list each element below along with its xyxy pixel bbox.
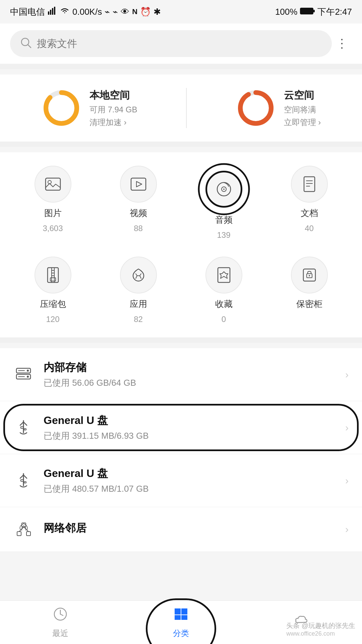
- video-label: 视频: [130, 207, 147, 219]
- usb1-sub: 已使用 391.15 MB/6.93 GB: [44, 430, 335, 442]
- category-label: 分类: [173, 628, 189, 639]
- server-icon: [13, 365, 34, 385]
- svg-rect-2: [52, 8, 53, 15]
- search-icon: [20, 37, 32, 51]
- svg-rect-45: [24, 429, 26, 430]
- alarm-icon: ⏰: [140, 7, 151, 17]
- video-count: 88: [134, 224, 143, 233]
- usb1-info: General U 盘 已使用 391.15 MB/6.93 GB: [44, 413, 335, 442]
- category-item-zip[interactable]: 压缩包 120: [10, 257, 96, 324]
- local-storage-available: 可用 7.94 GB: [89, 104, 137, 115]
- cloud-storage-donut: [236, 88, 276, 128]
- images-label: 图片: [44, 207, 62, 219]
- status-bar: 中国电信 0.00K/s ⌁ ⌁ 👁 N ⏰ ✱ 100%: [0, 0, 362, 23]
- network-icon: [13, 519, 34, 539]
- cloud-storage-action[interactable]: 立即管理 ›: [284, 117, 321, 128]
- eye-icon: 👁: [121, 7, 129, 17]
- network-arrow: ›: [345, 524, 349, 535]
- search-bar-container: ⋮: [0, 23, 362, 64]
- audio-count: 139: [217, 230, 230, 240]
- category-item-audio[interactable]: 音频 139: [181, 166, 266, 240]
- location-usb2[interactable]: General U 盘 已使用 480.57 MB/1.07 GB ›: [0, 454, 362, 507]
- video-icon: [120, 166, 157, 203]
- more-menu-icon[interactable]: ⋮: [332, 34, 352, 54]
- svg-rect-1: [50, 10, 51, 15]
- svg-rect-23: [48, 268, 58, 282]
- cloud-storage-status: 空间将满: [284, 104, 321, 115]
- svg-point-34: [309, 275, 310, 276]
- audio-icon-wrap: [205, 171, 242, 208]
- usb2-sub: 已使用 480.57 MB/1.07 GB: [44, 483, 335, 495]
- svg-rect-29: [50, 278, 56, 281]
- cloud-storage-info: 云空间 空间将满 立即管理 ›: [284, 89, 321, 128]
- category-item-docs[interactable]: 文档 40: [266, 166, 352, 240]
- apps-icon: [120, 257, 157, 293]
- category-item-video[interactable]: 视频 88: [96, 166, 181, 240]
- svg-rect-3: [54, 7, 55, 15]
- zip-icon: [35, 257, 71, 293]
- status-left: 中国电信 0.00K/s ⌁ ⌁ 👁 N ⏰ ✱: [10, 6, 161, 18]
- usb1-name: General U 盘: [44, 413, 335, 428]
- location-network[interactable]: 网络邻居 ›: [0, 507, 362, 552]
- svg-rect-5: [313, 10, 315, 12]
- cloud-storage-item[interactable]: 云空间 空间将满 立即管理 ›: [236, 88, 321, 128]
- svg-rect-14: [131, 178, 146, 190]
- usb2-icon: [13, 471, 34, 491]
- category-item-images[interactable]: 图片 3,603: [10, 166, 96, 240]
- local-storage-title: 本地空间: [89, 89, 137, 102]
- local-storage-info: 本地空间 可用 7.94 GB 清理加速 ›: [89, 89, 137, 128]
- category-grid: 图片 3,603 视频 88: [10, 166, 352, 324]
- bluetooth-icon: ✱: [154, 7, 161, 17]
- svg-rect-53: [26, 532, 31, 536]
- category-item-favorites[interactable]: 收藏 0: [181, 257, 266, 324]
- recent-label: 最近: [52, 628, 68, 639]
- docs-icon: [291, 166, 328, 203]
- search-input[interactable]: [37, 38, 322, 49]
- location-internal[interactable]: 内部存储 已使用 56.06 GB/64 GB ›: [0, 348, 362, 401]
- svg-point-9: [46, 93, 77, 123]
- carrier-text: 中国电信: [10, 6, 45, 18]
- svg-rect-31: [218, 268, 230, 282]
- images-icon: [35, 166, 71, 203]
- category-item-apps[interactable]: 应用 82: [96, 257, 181, 324]
- svg-rect-51: [17, 532, 21, 536]
- local-storage-item[interactable]: 本地空间 可用 7.94 GB 清理加速 ›: [41, 88, 137, 128]
- favorites-count: 0: [222, 315, 226, 324]
- search-bar[interactable]: [10, 30, 332, 57]
- apps-label: 应用: [130, 298, 147, 310]
- time: 下午2:47: [317, 6, 352, 18]
- category-section: 图片 3,603 视频 88: [0, 152, 362, 337]
- favorites-label: 收藏: [215, 298, 233, 310]
- vault-icon: [291, 257, 328, 293]
- locations-section: 内部存储 已使用 56.06 GB/64 GB › General U 盘 已使…: [0, 348, 362, 552]
- usb2-arrow: ›: [345, 475, 349, 486]
- svg-rect-4: [300, 8, 313, 14]
- signal-icon: [48, 6, 57, 18]
- status-right: 100% 下午2:47: [275, 6, 352, 18]
- svg-point-18: [223, 189, 225, 190]
- nav-category[interactable]: 分类: [121, 606, 241, 639]
- local-storage-donut: [41, 88, 81, 128]
- recent-icon: [53, 606, 68, 625]
- watermark: 头条 @玩趣机的张先生 www.office26.com: [286, 621, 355, 637]
- internal-storage-sub: 已使用 56.06 GB/64 GB: [44, 377, 335, 389]
- internal-arrow: ›: [345, 369, 349, 380]
- nav-recent[interactable]: 最近: [0, 606, 121, 639]
- svg-point-11: [240, 93, 271, 123]
- usb1-arrow: ›: [345, 422, 349, 433]
- network-speed: 0.00K/s: [72, 7, 102, 17]
- category-item-vault[interactable]: 保密柜: [266, 257, 352, 324]
- usb1-icon: [13, 418, 34, 438]
- svg-rect-0: [48, 11, 49, 15]
- zip-count: 120: [46, 315, 59, 324]
- location-usb1[interactable]: General U 盘 已使用 391.15 MB/6.93 GB ›: [0, 401, 362, 454]
- nfc-icon: N: [132, 7, 137, 16]
- svg-rect-12: [46, 178, 60, 190]
- internal-storage-name: 内部存储: [44, 360, 335, 375]
- battery-percent: 100%: [275, 7, 298, 17]
- internal-storage-info: 内部存储 已使用 56.06 GB/64 GB: [44, 360, 335, 389]
- apps-count: 82: [134, 315, 143, 324]
- svg-line-58: [60, 614, 63, 615]
- local-storage-action[interactable]: 清理加速 ›: [89, 117, 137, 128]
- storage-divider: [186, 88, 187, 128]
